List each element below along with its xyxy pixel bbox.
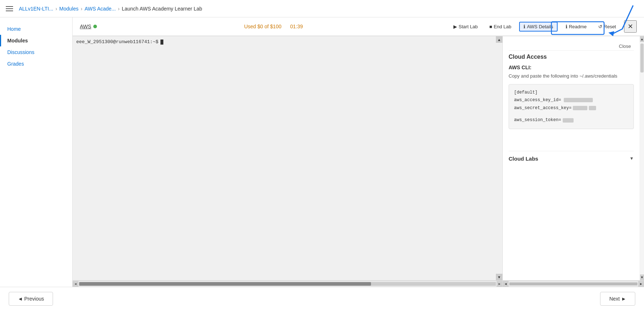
bottom-navigation: ◄ Previous Next ►: [0, 287, 644, 310]
panel-h-scroll-track: [509, 282, 637, 285]
start-lab-icon: ▶: [453, 24, 457, 29]
reset-icon: ↺: [598, 24, 602, 29]
cred-key-id-redacted: [564, 98, 593, 102]
cred-secret-redacted2: [589, 106, 596, 110]
lab-content: eee_W_2951300@runweb116741:~$ ▲ ▼ ◄: [73, 36, 644, 287]
content-area: AWS Used $0 of $100 01:39 ▶ Start Lab ■ …: [73, 17, 644, 287]
breadcrumb-sep-1: ›: [56, 6, 57, 12]
terminal-body[interactable]: eee_W_2951300@runweb116741:~$: [73, 36, 502, 280]
end-lab-label: End Lab: [494, 24, 511, 29]
reset-button[interactable]: ↺ Reset: [595, 22, 620, 31]
v-scroll-thumb[interactable]: [640, 44, 644, 73]
panel-close-button[interactable]: Close: [619, 44, 631, 49]
cred-line4: aws_session_token=: [514, 116, 628, 124]
cred-secret-redacted1: [573, 106, 587, 110]
readme-label: Readme: [569, 24, 587, 29]
next-button[interactable]: Next ►: [600, 292, 635, 306]
breadcrumb-current: Launch AWS Academy Learner Lab: [122, 6, 202, 12]
aws-label: AWS: [80, 24, 91, 29]
panel-h-scroll-right[interactable]: ►: [638, 281, 644, 287]
terminal-scroll-down[interactable]: ▼: [496, 274, 502, 280]
top-navigation: ALLv1EN-LTI... › Modules › AWS Acade... …: [0, 0, 644, 17]
panel-v-scrollbar[interactable]: ▲ ▼: [640, 36, 644, 280]
end-lab-icon: ■: [489, 24, 492, 29]
v-scroll-down-btn[interactable]: ▼: [640, 274, 644, 280]
panel-close-bar: Close: [509, 42, 634, 51]
budget-display: Used $0 of $100: [244, 24, 281, 29]
aws-details-icon: ℹ: [523, 24, 525, 29]
cred-line1: [default]: [514, 89, 628, 97]
toolbar-actions: ▶ Start Lab ■ End Lab ℹ AWS Details ℹ Re…: [450, 20, 637, 33]
terminal-panel[interactable]: eee_W_2951300@runweb116741:~$ ▲ ▼ ◄: [73, 36, 502, 287]
breadcrumb-sep-3: ›: [118, 6, 120, 12]
readme-icon: ℹ: [566, 24, 567, 29]
cred-token-redacted: [563, 118, 574, 123]
terminal-h-scrollbar[interactable]: ◄ ►: [73, 280, 502, 287]
terminal-cursor: [160, 40, 163, 45]
start-lab-button[interactable]: ▶ Start Lab: [450, 22, 481, 31]
cred-line2: aws_access_key_id=: [514, 96, 628, 104]
aws-cli-label: AWS CLI:: [509, 65, 634, 70]
timer-display: 01:39: [290, 24, 303, 29]
terminal-scroll-up[interactable]: ▲: [496, 36, 502, 43]
sidebar-item-grades[interactable]: Grades: [0, 58, 72, 70]
readme-button[interactable]: ℹ Readme: [562, 22, 590, 31]
cloud-access-title: Cloud Access: [509, 54, 634, 60]
cloud-labs-label: Cloud Labs: [509, 156, 538, 162]
panel-h-scroll-left[interactable]: ◄: [503, 281, 509, 287]
h-scroll-left-btn[interactable]: ◄: [73, 281, 78, 287]
panel-inner: Close Cloud Access AWS CLI: Copy and pas…: [503, 36, 640, 280]
terminal-prompt: eee_W_2951300@runweb116741:~$: [76, 39, 499, 45]
cloud-labs-section: Cloud Labs ▼: [509, 151, 634, 162]
sidebar-item-home[interactable]: Home: [0, 23, 72, 35]
v-scroll-track: [640, 42, 644, 274]
cloud-labs-chevron-icon: ▼: [629, 156, 634, 161]
credentials-box: [default] aws_access_key_id= aws_secret_…: [509, 84, 634, 129]
aws-details-button[interactable]: ℹ AWS Details: [519, 22, 557, 32]
sidebar: Home Modules Discussions Grades: [0, 17, 73, 287]
aws-details-label: AWS Details: [527, 24, 553, 29]
terminal-prompt-text: eee_W_2951300@runweb116741:~$: [76, 39, 158, 45]
hamburger-menu-icon[interactable]: [6, 6, 13, 11]
end-lab-button[interactable]: ■ End Lab: [486, 22, 515, 31]
breadcrumb-aws-acade[interactable]: AWS Acade...: [85, 6, 116, 12]
cred-line3: aws_secret_access_key=: [514, 104, 628, 112]
h-scroll-right-btn[interactable]: ►: [497, 281, 502, 287]
sidebar-item-discussions[interactable]: Discussions: [0, 46, 72, 58]
aws-status-dot: [93, 25, 97, 28]
breadcrumb-modules[interactable]: Modules: [59, 6, 78, 12]
breadcrumb: ALLv1EN-LTI... › Modules › AWS Acade... …: [19, 6, 202, 12]
start-lab-label: Start Lab: [458, 24, 478, 29]
h-scroll-track: [79, 282, 496, 286]
breadcrumb-allv1[interactable]: ALLv1EN-LTI...: [19, 6, 53, 12]
breadcrumb-sep-2: ›: [81, 6, 82, 12]
reset-label: Reset: [604, 24, 616, 29]
aws-status: AWS: [80, 24, 97, 29]
cloud-labs-title[interactable]: Cloud Labs ▼: [509, 156, 634, 162]
aws-cli-desc: Copy and paste the following into ~/.aws…: [509, 73, 634, 80]
previous-button[interactable]: ◄ Previous: [9, 292, 53, 306]
lab-close-button[interactable]: ✕: [624, 20, 637, 33]
main-layout: Home Modules Discussions Grades AWS Used…: [0, 17, 644, 287]
panel-h-scrollbar[interactable]: ◄ ►: [503, 280, 644, 287]
lab-toolbar: AWS Used $0 of $100 01:39 ▶ Start Lab ■ …: [73, 17, 644, 36]
v-scroll-up-btn[interactable]: ▲: [640, 36, 644, 42]
sidebar-item-modules[interactable]: Modules: [0, 35, 72, 46]
aws-details-panel: Close Cloud Access AWS CLI: Copy and pas…: [502, 36, 644, 287]
h-scroll-thumb[interactable]: [79, 282, 371, 286]
